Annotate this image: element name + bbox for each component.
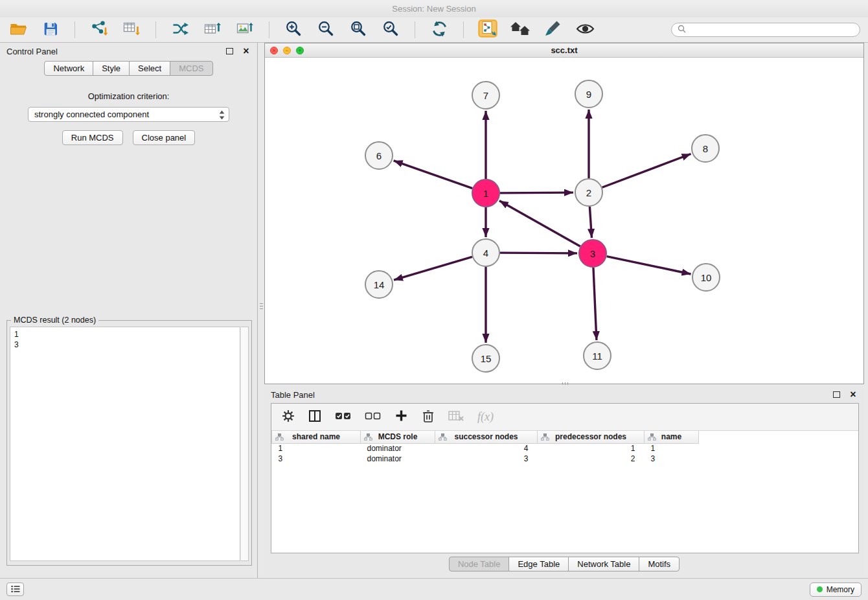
export-table-button[interactable] — [202, 19, 223, 40]
window-title: Session: New Session — [392, 4, 475, 14]
search-box[interactable] — [671, 23, 860, 37]
edge-2-3[interactable] — [589, 207, 591, 238]
edge-3-10[interactable] — [607, 257, 691, 274]
node-2[interactable]: 2 — [575, 179, 602, 206]
memory-button-label: Memory — [827, 585, 854, 594]
cell-successor-nodes[interactable]: 4 — [435, 443, 538, 454]
edge-3-1[interactable] — [499, 201, 580, 246]
criterion-dropdown-value: strongly connected component — [34, 110, 149, 119]
edge-2-8[interactable] — [602, 154, 691, 187]
main-toolbar — [0, 17, 868, 43]
select-all-button[interactable] — [335, 411, 351, 424]
edge-4-3[interactable] — [500, 253, 577, 253]
add-row-button[interactable] — [394, 409, 408, 425]
save-session-button[interactable] — [40, 19, 61, 40]
close-window-icon[interactable] — [270, 47, 278, 54]
cell-mcds-role[interactable]: dominator — [361, 443, 435, 454]
svg-text:8: 8 — [703, 143, 708, 154]
cell-predecessor-nodes[interactable]: 1 — [538, 443, 645, 454]
tab-network-table[interactable]: Network Table — [568, 557, 639, 571]
apply-style-button[interactable] — [542, 19, 563, 40]
cell-predecessor-nodes[interactable]: 2 — [538, 454, 645, 464]
zoom-out-button[interactable] — [315, 19, 336, 40]
horizontal-splitter-handle[interactable] — [556, 382, 574, 386]
node-15[interactable]: 15 — [472, 345, 499, 372]
cell-filler — [699, 443, 859, 454]
node-8[interactable]: 8 — [692, 135, 719, 162]
criterion-dropdown[interactable]: strongly connected component — [28, 107, 229, 122]
float-window-icon[interactable] — [833, 391, 840, 398]
table-panel-header: Table Panel — [264, 386, 864, 403]
show-details-button[interactable] — [575, 19, 595, 40]
refresh-button[interactable] — [429, 19, 450, 40]
cell-shared-name[interactable]: 3 — [272, 454, 361, 464]
network-graph-canvas[interactable]: 7968124314101511 — [265, 58, 863, 384]
close-panel-button[interactable]: Close panel — [133, 130, 196, 145]
import-table-button[interactable] — [121, 19, 142, 40]
cell-name[interactable]: 1 — [645, 443, 699, 454]
node-6[interactable]: 6 — [365, 142, 393, 169]
edge-1-6[interactable] — [394, 161, 473, 189]
clear-selection-button[interactable] — [365, 411, 381, 424]
node-10[interactable]: 10 — [692, 264, 720, 291]
edge-1-2[interactable] — [500, 192, 573, 193]
node-7[interactable]: 7 — [472, 82, 499, 109]
vertical-splitter-handle[interactable] — [258, 297, 264, 315]
column-header-successor-nodes[interactable]: successor nodes — [435, 431, 538, 443]
first-neighbors-icon — [510, 21, 531, 39]
memory-button[interactable]: Memory — [810, 583, 862, 597]
tab-select[interactable]: Select — [129, 61, 170, 76]
column-header-shared-name[interactable]: shared name — [272, 431, 361, 443]
column-chooser-button[interactable] — [308, 410, 321, 425]
network-overview-button[interactable] — [477, 19, 498, 40]
result-scrollbar[interactable] — [241, 327, 249, 561]
import-network-icon — [91, 20, 108, 40]
close-icon[interactable] — [242, 46, 251, 56]
import-network-button[interactable] — [89, 19, 109, 40]
export-image-button[interactable] — [234, 19, 255, 40]
run-mcds-button[interactable]: Run MCDS — [62, 130, 123, 145]
cell-shared-name[interactable]: 1 — [272, 443, 361, 454]
minimize-window-icon[interactable] — [283, 47, 291, 54]
delete-row-button[interactable] — [422, 409, 435, 426]
svg-text:3: 3 — [590, 248, 595, 259]
zoom-fit-button[interactable] — [348, 19, 369, 40]
node-11[interactable]: 11 — [584, 342, 611, 369]
zoom-selected-button[interactable] — [380, 19, 401, 40]
open-session-button[interactable] — [8, 19, 29, 40]
first-neighbors-button[interactable] — [510, 19, 531, 40]
maximize-window-icon[interactable] — [296, 47, 304, 54]
settings-button[interactable] — [282, 410, 295, 425]
tab-motifs[interactable]: Motifs — [639, 557, 680, 571]
task-history-button[interactable] — [6, 583, 24, 596]
table-row[interactable]: 1dominator411 — [272, 443, 859, 454]
table-row[interactable]: 3dominator323 — [272, 454, 859, 464]
cell-name[interactable]: 3 — [645, 454, 699, 464]
column-header-predecessor-nodes[interactable]: predecessor nodes — [538, 431, 645, 443]
node-9[interactable]: 9 — [575, 80, 602, 108]
edge-3-11[interactable] — [593, 268, 597, 340]
cell-mcds-role[interactable]: dominator — [361, 454, 435, 464]
tab-network[interactable]: Network — [44, 61, 93, 76]
search-input[interactable] — [690, 25, 854, 34]
close-icon[interactable] — [849, 389, 858, 400]
column-header-name[interactable]: name — [645, 431, 699, 443]
node-1[interactable]: 1 — [472, 179, 499, 207]
node-14[interactable]: 14 — [365, 271, 393, 298]
tab-mcds[interactable]: MCDS — [170, 61, 212, 76]
edge-4-14[interactable] — [394, 257, 472, 280]
import-table-icon — [123, 20, 141, 40]
new-network-button[interactable] — [170, 19, 190, 40]
float-window-icon[interactable] — [226, 48, 233, 54]
cell-successor-nodes[interactable]: 3 — [435, 454, 538, 464]
zoom-in-button[interactable] — [283, 19, 304, 40]
toolbar-icon-groups — [8, 19, 595, 40]
node-4[interactable]: 4 — [472, 239, 499, 266]
tab-edge-table[interactable]: Edge Table — [508, 557, 569, 571]
svg-text:7: 7 — [483, 90, 488, 101]
tab-style[interactable]: Style — [93, 61, 130, 76]
node-3[interactable]: 3 — [579, 240, 606, 267]
column-header-mcds-role[interactable]: MCDS role — [361, 431, 435, 443]
memory-status-icon — [817, 586, 823, 592]
tab-node-table[interactable]: Node Table — [449, 557, 510, 571]
